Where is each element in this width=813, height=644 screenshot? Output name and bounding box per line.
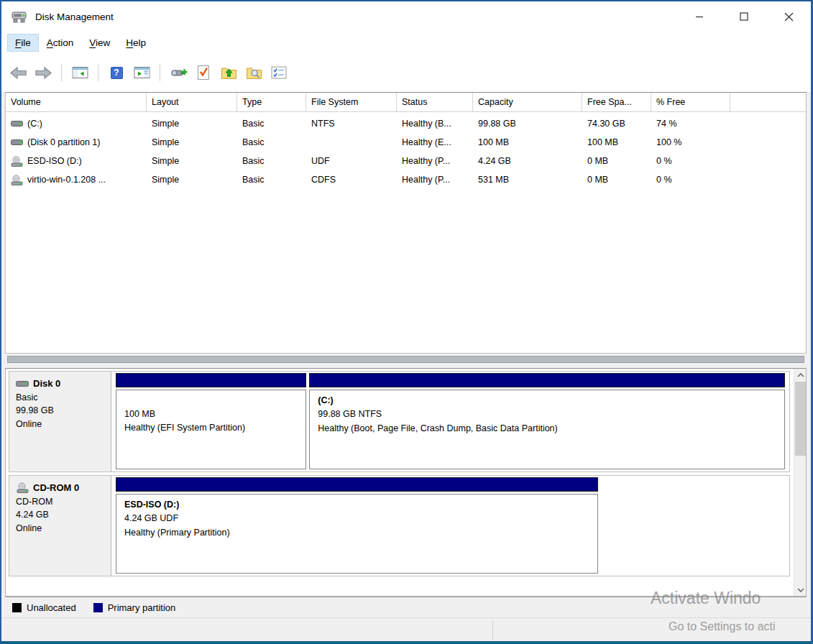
graphical-view: Disk 0 Basic 99.98 GB Online 100 MB Heal… (5, 368, 807, 597)
forward-button[interactable] (34, 63, 52, 82)
menu-view[interactable]: View (81, 34, 118, 52)
back-arrow-icon (9, 66, 27, 80)
horizontal-scrollbar[interactable] (5, 354, 807, 365)
help-button[interactable] (107, 63, 126, 82)
menu-file[interactable]: File (7, 34, 39, 52)
cdrom0-size: 4.24 GB (16, 508, 104, 522)
back-button[interactable] (9, 63, 27, 82)
title-bar: Disk Management (1, 1, 811, 32)
volume-list: Volume Layout Type File System Status Ca… (5, 92, 807, 354)
folder-search-button[interactable] (244, 63, 263, 82)
menu-help[interactable]: Help (118, 34, 154, 52)
cdrom0-type: CD-ROM (16, 495, 104, 509)
toolbar-separator (61, 64, 62, 81)
cdrom0-row: CD-ROM 0 CD-ROM 4.24 GB Online ESD-ISO (… (9, 475, 790, 576)
menu-action[interactable]: Action (39, 34, 82, 52)
volume-row-disk0-partition1[interactable]: (Disk 0 partition 1) Simple Basic Health… (6, 133, 806, 152)
show-action-pane-button[interactable] (132, 63, 151, 82)
column-header-pct-free[interactable]: % Free (651, 93, 730, 111)
view-options-button[interactable] (270, 63, 288, 82)
legend-primary-partition: Primary partition (93, 602, 176, 613)
cdrom0-name: CD-ROM 0 (33, 481, 79, 495)
toolbar-separator (98, 64, 98, 81)
horizontal-scrollbar-thumb[interactable] (7, 356, 804, 363)
connect-computer-button[interactable] (169, 63, 188, 82)
column-header-type[interactable]: Type (237, 93, 306, 111)
partition-info-box[interactable]: ESD-ISO (D:) 4.24 GB UDF Healthy (Primar… (116, 494, 598, 574)
cd-rom-icon (11, 175, 24, 185)
disk0-name: Disk 0 (33, 377, 60, 391)
disk0-row: Disk 0 Basic 99.98 GB Online 100 MB Heal… (9, 371, 790, 472)
console-tree-icon (72, 66, 88, 79)
column-header-layout[interactable]: Layout (147, 93, 237, 111)
scroll-down-button[interactable] (794, 584, 807, 596)
check-document-button[interactable] (194, 63, 213, 82)
column-header-capacity[interactable]: Capacity (473, 93, 582, 111)
vertical-scrollbar[interactable] (794, 369, 806, 596)
partition-info-box[interactable]: 100 MB Healthy (EFI System Partition) (116, 390, 306, 469)
partition-color-bar (116, 373, 306, 387)
minimize-button[interactable] (677, 1, 722, 32)
toolbar (1, 53, 811, 92)
cdrom0-label-panel[interactable]: CD-ROM 0 CD-ROM 4.24 GB Online (9, 476, 111, 576)
column-header-volume[interactable]: Volume (6, 93, 147, 111)
cd-rom-icon (11, 156, 24, 167)
toolbar-separator (160, 64, 160, 81)
column-header-file-system[interactable]: File System (306, 93, 397, 111)
partition-color-bar (116, 477, 598, 492)
disk0-label-panel[interactable]: Disk 0 Basic 99.98 GB Online (9, 372, 111, 472)
scroll-up-button[interactable] (794, 369, 807, 381)
activate-windows-watermark-line2: Go to Settings to acti (669, 620, 776, 633)
disk0-efi-partition[interactable]: 100 MB Healthy (EFI System Partition) (116, 373, 306, 469)
volume-list-header: Volume Layout Type File System Status Ca… (6, 93, 806, 112)
partition-info-box[interactable]: (C:) 99.88 GB NTFS Healthy (Boot, Page F… (309, 390, 784, 469)
action-pane-icon (134, 66, 150, 79)
disk0-partition-strip: 100 MB Healthy (EFI System Partition) (C… (111, 372, 789, 472)
maximize-button[interactable] (722, 1, 766, 32)
view-options-icon (271, 66, 287, 79)
activate-windows-watermark-line1: Activate Windo (651, 589, 761, 608)
hard-disk-icon (11, 138, 24, 147)
volume-list-body: (C:) Simple Basic NTFS Healthy (B... 99.… (6, 112, 806, 189)
cd-rom-icon (16, 482, 30, 493)
hard-disk-icon (16, 380, 30, 388)
cdrom0-partition-strip: ESD-ISO (D:) 4.24 GB UDF Healthy (Primar… (111, 476, 789, 576)
vertical-scrollbar-thumb[interactable] (795, 382, 806, 456)
cdrom0-status: Online (16, 522, 104, 535)
check-document-icon (196, 65, 211, 80)
volume-row-c[interactable]: (C:) Simple Basic NTFS Healthy (B... 99.… (6, 114, 806, 133)
status-bar-divider (492, 620, 493, 640)
window-title: Disk Management (35, 12, 114, 22)
close-icon (784, 12, 794, 22)
connect-computer-icon (170, 67, 188, 79)
maximize-icon (740, 12, 748, 21)
folder-search-icon (246, 65, 262, 80)
folder-up-button[interactable] (219, 63, 238, 82)
legend-unallocated: Unallocated (12, 602, 76, 613)
minimize-icon (695, 12, 704, 21)
hard-disk-icon (11, 119, 24, 128)
cdrom0-esd-iso-partition[interactable]: ESD-ISO (D:) 4.24 GB UDF Healthy (Primar… (116, 477, 598, 574)
disk0-size: 99.98 GB (16, 404, 104, 418)
column-header-empty (730, 93, 806, 111)
disk-management-app-icon (11, 9, 28, 24)
caption-buttons (677, 1, 811, 32)
column-header-status[interactable]: Status (397, 93, 473, 111)
show-console-tree-button[interactable] (70, 63, 89, 82)
chevron-up-icon (797, 373, 804, 377)
close-button[interactable] (766, 1, 811, 32)
help-icon (111, 67, 123, 79)
folder-up-icon (221, 65, 237, 80)
chevron-down-icon (797, 588, 804, 592)
volume-row-virtio-win[interactable]: virtio-win-0.1.208 ... Simple Basic CDFS… (6, 170, 806, 189)
unallocated-swatch (12, 603, 22, 612)
menu-bar: File Action View Help (1, 32, 811, 53)
disk0-status: Online (16, 418, 104, 431)
disk0-type: Basic (16, 391, 104, 405)
volume-row-esd-iso[interactable]: ESD-ISO (D:) Simple Basic UDF Healthy (P… (6, 152, 806, 170)
column-header-free-space[interactable]: Free Spa... (582, 93, 651, 111)
forward-arrow-icon (35, 66, 52, 80)
primary-partition-swatch (93, 603, 103, 612)
disk0-c-partition[interactable]: (C:) 99.88 GB NTFS Healthy (Boot, Page F… (309, 373, 784, 469)
disk-management-window: Disk Management File Action View Help (0, 0, 813, 644)
